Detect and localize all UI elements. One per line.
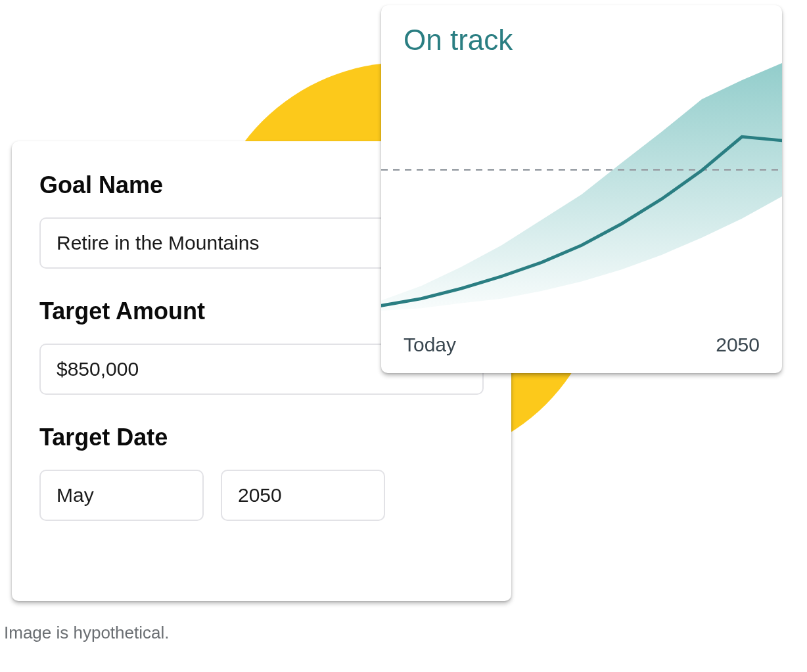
target-year-input[interactable]: [221, 470, 385, 521]
chart-x-axis-labels: Today 2050: [404, 334, 760, 356]
target-month-input[interactable]: [39, 470, 204, 521]
x-axis-start-label: Today: [404, 334, 456, 356]
projection-chart-svg: [381, 63, 782, 330]
target-date-label: Target Date: [39, 424, 484, 451]
chart-plot-area: [381, 63, 782, 330]
x-axis-end-label: 2050: [716, 334, 760, 356]
chart-title: On track: [404, 24, 760, 56]
disclaimer-caption: Image is hypothetical.: [4, 623, 169, 643]
projection-chart-card: On track Today 2050: [381, 5, 782, 373]
confidence-band: [381, 63, 782, 311]
target-date-group: Target Date: [39, 424, 484, 521]
